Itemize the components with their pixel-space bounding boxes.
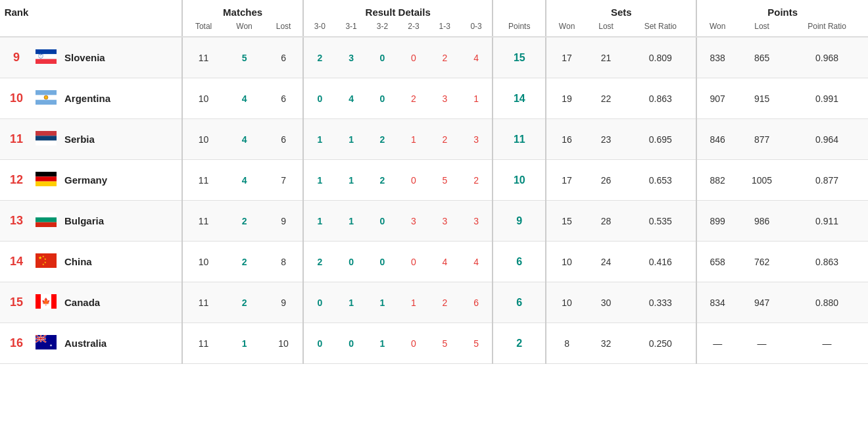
cell-set_ratio: 0.653 (625, 160, 696, 201)
cell-p_lost: 762 (738, 242, 786, 282)
cell-m_lost: 9 (264, 201, 303, 242)
cell-s_lost: 28 (587, 201, 625, 242)
svg-text:⛰: ⛰ (39, 53, 43, 57)
svg-rect-5 (36, 59, 57, 64)
cell-country: Bulgaria (59, 201, 182, 242)
cell-rank: 16 (0, 323, 33, 364)
cell-r31: 4 (335, 78, 366, 119)
cell-r13: 2 (429, 119, 460, 160)
cell-point_ratio: — (786, 323, 868, 364)
cell-r23: 0 (398, 242, 429, 282)
header-flag-spacer (33, 0, 59, 20)
svg-rect-16 (36, 172, 57, 176)
cell-m_lost: 6 (264, 78, 303, 119)
cell-r31: 0 (335, 323, 366, 364)
cell-p_won: 882 (696, 160, 738, 201)
cell-m_won: 2 (224, 282, 264, 323)
cell-r03: 4 (460, 242, 493, 282)
cell-r32: 0 (367, 242, 398, 282)
cell-pts: 6 (493, 282, 546, 323)
table-row: 12 Germany11471120521017260.65388210050.… (0, 160, 868, 201)
cell-r13: 2 (429, 37, 460, 78)
cell-s_lost: 24 (587, 242, 625, 282)
cell-p_lost: 1005 (738, 160, 786, 201)
cell-m_lost: 9 (264, 282, 303, 323)
cell-s_won: 8 (546, 323, 587, 364)
cell-r32: 1 (367, 323, 398, 364)
cell-point_ratio: 0.880 (786, 282, 868, 323)
cell-s_won: 10 (546, 282, 587, 323)
cell-r13: 3 (429, 201, 460, 242)
cell-s_lost: 30 (587, 282, 625, 323)
cell-point_ratio: 0.911 (786, 201, 868, 242)
svg-rect-10 (36, 90, 57, 95)
cell-m_lost: 8 (264, 242, 303, 282)
cell-rank: 11 (0, 119, 33, 160)
cell-rank: 12 (0, 160, 33, 201)
cell-s_lost: 32 (587, 323, 625, 364)
cell-s_lost: 21 (587, 37, 625, 78)
cell-flag: ★ ★ ★ ★ ★ (33, 242, 59, 282)
cell-set_ratio: 0.535 (625, 201, 696, 242)
cell-p_won: 838 (696, 37, 738, 78)
table-row: 13 Bulgaria1129110333915280.5358999860.9… (0, 201, 868, 242)
standings-table: Rank Matches Result Details Sets Points … (0, 0, 868, 364)
cell-rank: 9 (0, 37, 33, 78)
cell-p_lost: 947 (738, 282, 786, 323)
subheader-m-won: Won (224, 20, 264, 37)
subheader-r23: 2-3 (398, 20, 429, 37)
svg-text:🍁: 🍁 (41, 297, 51, 306)
cell-set_ratio: 0.695 (625, 119, 696, 160)
cell-set_ratio: 0.250 (625, 323, 696, 364)
cell-m_won: 2 (224, 201, 264, 242)
cell-m_lost: 6 (264, 37, 303, 78)
cell-flag: ⛰ (33, 37, 59, 78)
cell-flag (33, 201, 59, 242)
subheader-r03: 0-3 (460, 20, 493, 37)
cell-p_won: 899 (696, 201, 738, 242)
cell-r03: 6 (460, 282, 493, 323)
cell-point_ratio: 0.968 (786, 37, 868, 78)
svg-rect-18 (36, 182, 57, 186)
cell-r31: 1 (335, 119, 366, 160)
cell-set_ratio: 0.809 (625, 37, 696, 78)
cell-p_lost: 877 (738, 119, 786, 160)
cell-m_won: 4 (224, 78, 264, 119)
cell-r13: 3 (429, 78, 460, 119)
cell-point_ratio: 0.991 (786, 78, 868, 119)
cell-r03: 2 (460, 160, 493, 201)
cell-p_won: 846 (696, 119, 738, 160)
svg-rect-19 (36, 213, 57, 217)
cell-pts: 10 (493, 160, 546, 201)
cell-total: 11 (182, 160, 224, 201)
cell-p_won: 907 (696, 78, 738, 119)
subheader-m-lost: Lost (264, 20, 303, 37)
cell-total: 10 (182, 242, 224, 282)
svg-text:✦: ✦ (49, 344, 53, 347)
cell-r30: 2 (303, 37, 335, 78)
cell-p_won: — (696, 323, 738, 364)
cell-s_lost: 22 (587, 78, 625, 119)
table-row: 14 ★ ★ ★ ★ ★ China1028200044610240.41665… (0, 242, 868, 282)
cell-r23: 1 (398, 119, 429, 160)
cell-flag (33, 119, 59, 160)
cell-s_won: 17 (546, 37, 587, 78)
cell-m_lost: 6 (264, 119, 303, 160)
svg-rect-17 (36, 176, 57, 181)
cell-r32: 0 (367, 201, 398, 242)
cell-s_won: 19 (546, 78, 587, 119)
cell-rank: 10 (0, 78, 33, 119)
cell-point_ratio: 0.964 (786, 119, 868, 160)
cell-total: 11 (182, 37, 224, 78)
cell-pts: 6 (493, 242, 546, 282)
cell-r32: 1 (367, 282, 398, 323)
cell-m_won: 4 (224, 119, 264, 160)
cell-p_lost: 915 (738, 78, 786, 119)
subheader-country (59, 20, 182, 37)
subheader-rank (0, 20, 33, 37)
cell-r23: 2 (398, 78, 429, 119)
cell-set_ratio: 0.416 (625, 242, 696, 282)
cell-pts: 9 (493, 201, 546, 242)
header-matches: Matches (182, 0, 303, 20)
cell-r03: 3 (460, 201, 493, 242)
